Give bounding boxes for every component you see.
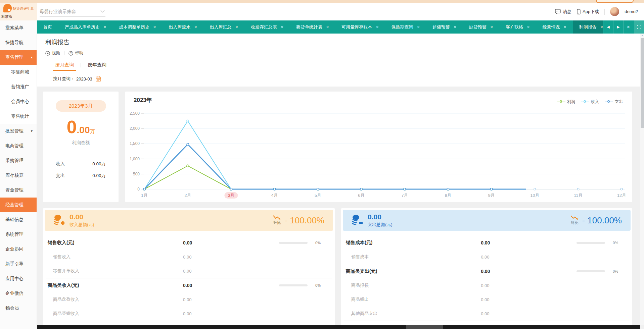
tab[interactable]: 利润报告 × (573, 20, 603, 34)
top-strip (0, 0, 644, 3)
tab[interactable]: 可用量库存账本 × (335, 20, 385, 34)
legend-item[interactable]: 利润 (557, 99, 575, 105)
sidebar-item[interactable]: 经营管理 (0, 198, 37, 212)
sidebar-item[interactable]: 应用中心 (0, 271, 37, 286)
prev-tab-button[interactable]: ◀ (603, 20, 613, 34)
tab[interactable]: 产成品入库单历史 × (58, 20, 112, 34)
tab-close-icon[interactable]: × (281, 24, 284, 30)
income-row: 商品盘盈收入 0.00 (43, 292, 335, 307)
sidebar-item[interactable]: 批发管理 ▼ (0, 124, 37, 139)
income-row-value: 0.00 (183, 269, 191, 274)
tab[interactable]: 首页 (37, 20, 58, 34)
coins-plus-icon (52, 214, 65, 227)
tab-monthly-query[interactable]: 按月查询 (53, 59, 76, 71)
tab-close-icon[interactable]: × (326, 24, 329, 30)
sidebar-item[interactable]: 零售统计 (0, 109, 37, 124)
sidebar-item[interactable]: 库存核算 (0, 168, 37, 183)
vertical-scrollbar-thumb[interactable] (641, 38, 644, 128)
fullscreen-button[interactable] (634, 20, 644, 34)
tab-close-icon[interactable]: × (235, 24, 238, 30)
tab[interactable]: 经营情况 × (536, 20, 572, 34)
trend-down-icon (570, 215, 579, 220)
logo-title: 畅捷通好生意 (13, 6, 34, 11)
tab-close-icon[interactable]: × (527, 24, 530, 30)
tab[interactable]: 收发存汇总表 × (244, 20, 290, 34)
messages-button[interactable]: 消息 (555, 9, 571, 15)
tab[interactable]: 客户联络 × (499, 20, 536, 34)
username[interactable]: demo2 (625, 9, 638, 14)
sidebar-item[interactable]: 资金管理 (0, 183, 37, 198)
svg-text:1,000: 1,000 (130, 157, 140, 161)
message-icon (555, 9, 561, 14)
sidebar-item[interactable]: 搜索菜单 (0, 20, 37, 35)
account-select-value: 母婴行业演示账套 (40, 9, 76, 14)
tab-close-icon[interactable]: × (104, 24, 106, 30)
tab[interactable]: 出入库汇总 × (203, 20, 244, 34)
sidebar-item[interactable]: 系统管理 (0, 227, 37, 242)
expand-arrow-icon: ▲ (30, 50, 33, 65)
legend-item[interactable]: 支出 (605, 99, 623, 105)
horizontal-scrollbar-thumb[interactable] (406, 325, 443, 329)
account-select[interactable]: 母婴行业演示账套 (40, 7, 105, 17)
sidebar-item[interactable]: 快捷导航 (0, 35, 37, 50)
sidebar-item[interactable]: 畅会员 (0, 301, 37, 316)
sidebar-item[interactable]: 营销推广 (0, 79, 37, 94)
tab-close-icon[interactable]: × (376, 24, 379, 30)
tab-close-icon[interactable]: × (194, 24, 197, 30)
expense-row-value: 0.00 (481, 240, 490, 245)
expense-ratio-value: - 100.00% (582, 215, 622, 226)
tab-close-icon[interactable]: × (153, 24, 156, 30)
sidebar-item[interactable]: 采购管理 (0, 153, 37, 168)
legend-label: 利润 (567, 99, 575, 105)
tab-close-icon[interactable]: × (454, 24, 456, 30)
tab-controls: ◀ ▶ × (603, 20, 644, 34)
app-window: 畅捷通好生意 标准版 母婴行业演示账套 消息 App下载 (0, 0, 644, 329)
sidebar-item[interactable]: 电商管理 (0, 139, 37, 153)
next-tab-button[interactable]: ▶ (613, 20, 623, 34)
tab[interactable]: 要货单统计表 × (290, 20, 335, 34)
tab-yearly-query[interactable]: 按年查询 (86, 59, 108, 71)
legend-item[interactable]: 收入 (581, 99, 599, 105)
expense-row-label: 商品类支出(元) (346, 268, 377, 274)
help-circle-icon: ? (68, 51, 73, 56)
sidebar-item[interactable]: 零售管理 ▲ (0, 50, 37, 65)
expense-total-value: 0.00 (368, 213, 393, 221)
chevron-down-icon (100, 10, 105, 13)
tab[interactable]: 保质期查询 × (385, 20, 426, 34)
avatar[interactable] (610, 7, 619, 16)
tab[interactable]: 缺货预警 × (463, 20, 499, 34)
tab-label: 保质期查询 (392, 24, 413, 30)
app-download-button[interactable]: App下载 (577, 9, 599, 15)
tab[interactable]: 超储预警 × (426, 20, 463, 34)
horizontal-scrollbar (37, 325, 640, 329)
expense-row-label: 销售成本 (351, 254, 369, 260)
close-all-tabs-button[interactable]: × (623, 20, 633, 34)
video-link[interactable]: 视频 (45, 50, 60, 56)
sidebar-item[interactable]: 会员中心 (0, 94, 37, 109)
sidebar-item[interactable]: 基础信息 (0, 212, 37, 227)
query-tabs: 按月查询 按年查询 (37, 59, 644, 71)
tab-close-icon[interactable]: × (417, 24, 420, 30)
help-link[interactable]: ? 帮助 (68, 50, 83, 56)
sidebar-item[interactable]: 零售商城 (0, 65, 37, 79)
svg-text:500: 500 (133, 172, 140, 176)
sidebar-item[interactable]: 企业微信 (0, 286, 37, 301)
income-row: 销售收入 0.00 (43, 250, 335, 264)
sidebar-item[interactable]: 企业协同 (0, 242, 37, 257)
tab-label: 首页 (43, 24, 52, 30)
video-label: 视频 (52, 50, 60, 56)
tab[interactable]: 成本调整单历史 × (112, 20, 162, 34)
expense-row-label: 其他商品支出 (351, 311, 377, 317)
tab-close-icon[interactable]: × (491, 24, 493, 30)
calendar-icon[interactable] (96, 76, 101, 81)
tab-close-icon[interactable]: × (564, 24, 566, 30)
sidebar-item[interactable]: 新手引导 (0, 257, 37, 271)
tab[interactable]: 出入库流水 × (162, 20, 203, 34)
fullscreen-icon (637, 25, 641, 29)
income-total-value: 0.00 (70, 213, 94, 221)
logo[interactable]: 畅捷通好生意 标准版 (0, 3, 37, 20)
date-filter-value[interactable]: 2023-03 (76, 76, 92, 81)
income-row: 零售开单收入 0.00 (43, 264, 335, 278)
tab-close-icon[interactable]: × (600, 24, 603, 30)
scroll-up-icon[interactable]: ▲ (640, 34, 644, 37)
